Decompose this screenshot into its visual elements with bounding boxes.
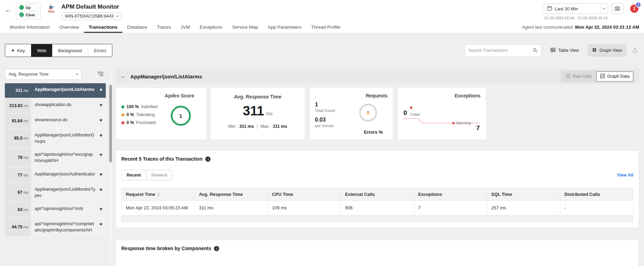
- star-icon[interactable]: [96, 129, 106, 148]
- transaction-name: api/*/apminsight/ins/*/info: [31, 202, 96, 217]
- col-request-time[interactable]: Request Time▲▼: [122, 188, 195, 201]
- legend-dot-icon: [121, 121, 124, 124]
- errors-percent-label: Errors %: [364, 130, 383, 135]
- app-header: ← ↑ Up ✓ Clear Java APM Default Monitor: [0, 0, 644, 21]
- segment-errors[interactable]: Errors: [88, 44, 112, 57]
- transaction-row[interactable]: 311 ms AppManager/json/ListAlarms: [5, 83, 106, 98]
- transaction-row[interactable]: 44.75 ms api/*/apminsight/ins/*/comp/det…: [5, 218, 106, 236]
- status-up-badge[interactable]: ↑ Up: [18, 4, 38, 10]
- filter-icon: [97, 73, 104, 78]
- star-icon[interactable]: [96, 83, 106, 98]
- graph-data-button[interactable]: Graph Data: [596, 72, 633, 82]
- java-label: Java: [48, 10, 55, 13]
- transaction-row[interactable]: 63 ms api/*/apminsight/ins/*/info: [5, 202, 106, 217]
- transaction-name: showapplication.do: [31, 98, 96, 113]
- star-icon[interactable]: [96, 218, 106, 236]
- info-icon[interactable]: i: [214, 246, 219, 251]
- info-icon[interactable]: i: [205, 156, 211, 162]
- star-icon[interactable]: [96, 98, 106, 113]
- time-range-value: Last 30 Min: [555, 6, 597, 11]
- star-icon[interactable]: [96, 202, 106, 217]
- back-arrow-icon[interactable]: ←: [5, 6, 12, 14]
- transaction-row[interactable]: 91.64 ms showresource.do: [5, 114, 106, 128]
- tab[interactable]: Database: [122, 21, 152, 33]
- tab[interactable]: App Parameters: [263, 21, 307, 33]
- transaction-type-segments: ★ Key Web Background Errors: [5, 44, 112, 57]
- errors-percent-value: 0: [367, 110, 370, 115]
- tab[interactable]: Traces: [152, 21, 176, 33]
- time-range-selector[interactable]: Last 30 Min ▾: [544, 3, 608, 14]
- traces-table-header-row: Request Time▲▼ Avg. Response Time CPU Ti…: [122, 188, 633, 201]
- segment-key[interactable]: ★ Key: [5, 44, 31, 57]
- raw-data-button[interactable]: Raw Data: [562, 72, 595, 82]
- scrollbar-thumb[interactable]: [109, 85, 112, 162]
- apdex-title: Apdex Score: [165, 93, 194, 98]
- components-section: Response time broken by Components i: [115, 240, 639, 266]
- graph-view-button[interactable]: Graph View: [588, 45, 626, 56]
- recent-tab[interactable]: Recent: [122, 170, 146, 180]
- transaction-name: AppManager/json/Authenticator: [31, 168, 96, 182]
- star-icon[interactable]: [96, 148, 106, 167]
- transaction-row[interactable]: 85.5 ms AppManager/json/ListMonitorGroup…: [5, 129, 106, 148]
- tab[interactable]: Thread Profile: [306, 21, 345, 33]
- transaction-name: api/*/apminsight/ins/*/exc/graph/txnspli…: [31, 148, 96, 167]
- agent-last-communicated: Agent last communicated: Mon Apr 22, 202…: [522, 25, 639, 33]
- transaction-row[interactable]: 67 ms AppManager/json/ListMonitorTypes: [5, 183, 106, 202]
- back-arrow-icon[interactable]: ←: [120, 73, 126, 80]
- warning-label: Warning: [456, 121, 471, 125]
- star-icon[interactable]: [96, 114, 106, 128]
- transaction-name: AppManager/json/ListAlarms: [31, 83, 96, 98]
- requests-rate-label: per minute: [315, 124, 335, 128]
- tab[interactable]: Overview: [55, 21, 84, 33]
- col-sql-time: SQL Time: [487, 188, 560, 201]
- view-all-link[interactable]: View All: [617, 173, 633, 178]
- monitor-tabs: Monitor Information Overview Transaction…: [5, 21, 345, 33]
- requests-rate-value: 0.03: [315, 117, 335, 123]
- tab[interactable]: Monitor Information: [5, 21, 55, 33]
- warning-dot-icon: [452, 122, 455, 124]
- tab[interactable]: Service Map: [227, 21, 263, 33]
- sort-by-value: Avg. Response Time: [9, 72, 48, 77]
- apdex-legend: 100 % Satisfied 0 % Tolerating: [121, 104, 157, 128]
- requests-total-value: 1: [315, 102, 335, 108]
- transaction-row[interactable]: 79 ms api/*/apminsight/ins/*/exc/graph/t…: [5, 148, 106, 167]
- transaction-row[interactable]: 77 ms AppManager/json/Authenticator: [5, 168, 106, 182]
- col-distributed-calls: Distributed Calls: [560, 188, 633, 201]
- recent-slowest-toggle: Recent Slowest: [121, 170, 172, 180]
- sort-by-selector[interactable]: Avg. Response Time ▾: [5, 69, 82, 80]
- status-clear-badge[interactable]: ✓ Clear: [18, 12, 38, 18]
- apdex-gauge: 1: [171, 106, 191, 126]
- trace-row[interactable]: Mon Apr 22, 2024 03:05:23 AM 311 ms 109 …: [122, 201, 633, 215]
- table-view-button[interactable]: Table View: [546, 44, 583, 57]
- segment-background[interactable]: Background: [52, 44, 88, 57]
- traces-section-title: Recent 5 Traces of this Transaction: [121, 156, 203, 162]
- collapse-list-button[interactable]: [95, 70, 106, 79]
- export-button[interactable]: [631, 46, 639, 55]
- transaction-row[interactable]: 213.83 ms showapplication.do: [5, 98, 106, 113]
- apdex-score-value: 1: [179, 113, 182, 119]
- errors-gauge: 0: [359, 104, 377, 122]
- sort-icon[interactable]: ▲▼: [157, 192, 159, 197]
- transaction-name: api/*/apminsight/ins/*/comp/details/grap…: [31, 218, 96, 236]
- host-selector[interactable]: WIN-6T50IACO5B6:8443 ▾: [62, 12, 122, 20]
- segment-web[interactable]: Web: [31, 44, 52, 57]
- star-icon[interactable]: [96, 168, 106, 182]
- search-transactions-box: [465, 44, 541, 57]
- tab[interactable]: Transactions: [84, 21, 122, 33]
- search-input[interactable]: [465, 48, 529, 53]
- star-icon[interactable]: [96, 183, 106, 202]
- response-time-badge: 79 ms: [5, 148, 31, 167]
- transactions-toolbar: ★ Key Web Background Errors Table View: [5, 44, 639, 57]
- alarm-indicator[interactable]: 1 2: [630, 4, 638, 13]
- tab[interactable]: Exceptions: [195, 21, 227, 33]
- recent-traces-section: Recent 5 Traces of this Transaction i Re…: [115, 150, 639, 228]
- screenshot-button[interactable]: [612, 3, 623, 14]
- tab[interactable]: JVM: [176, 21, 195, 33]
- response-min-max: Min : 311 ms | Max : 311 ms: [228, 124, 287, 129]
- summary-cards: Apdex Score 100 % Satisfied: [115, 87, 639, 140]
- fatal-dot-icon: [410, 106, 412, 109]
- table-icon: [550, 47, 556, 54]
- search-icon[interactable]: [529, 45, 541, 56]
- legend-item: 0 % Tolerating: [121, 112, 157, 117]
- slowest-tab[interactable]: Slowest: [146, 170, 172, 180]
